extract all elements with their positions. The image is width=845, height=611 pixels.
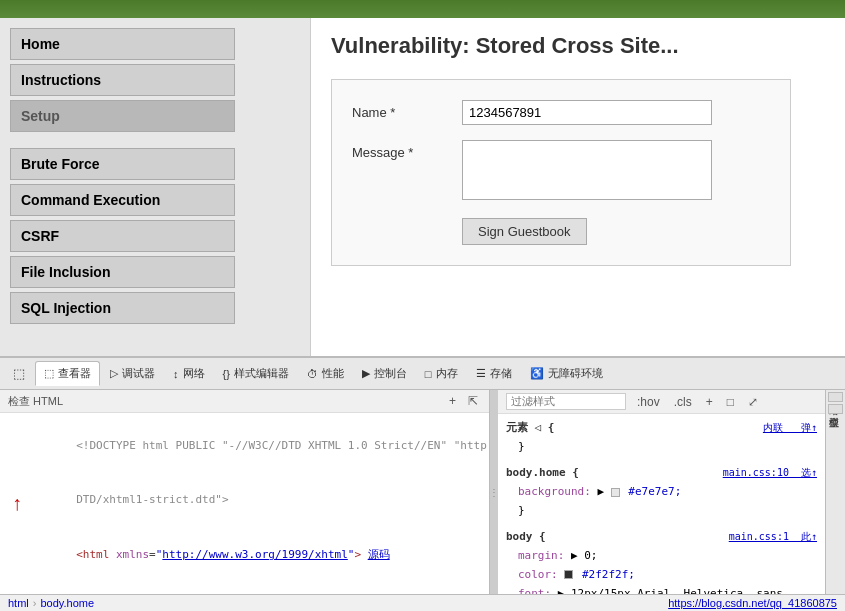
- content-area: Vulnerability: Stored Cross Site... Name…: [310, 18, 845, 356]
- page-title: Vulnerability: Stored Cross Site...: [331, 28, 825, 59]
- styles-cls-btn[interactable]: .cls: [671, 394, 695, 410]
- styles-snapshot-btn[interactable]: □: [724, 394, 737, 410]
- styles-content: 元素 ◁ { 内联 弹↑ } body.home { main.css:10 选…: [498, 414, 825, 594]
- form-container: Name * Message * Sign Guestbook: [331, 79, 791, 266]
- search-html-icon[interactable]: ⇱: [465, 393, 481, 409]
- html-line-head: ▶ <head>…</head>: [8, 582, 481, 594]
- name-label: Name *: [352, 100, 462, 120]
- sign-guestbook-button[interactable]: Sign Guestbook: [462, 218, 587, 245]
- message-label: Message *: [352, 140, 462, 160]
- csdn-link[interactable]: https://blog.csdn.net/qq_41860875: [668, 597, 837, 609]
- sidebar-item-csrf[interactable]: CSRF: [10, 220, 235, 252]
- devtools-tab-console[interactable]: ▶ 控制台: [354, 362, 415, 385]
- name-row: Name *: [352, 100, 770, 125]
- add-node-icon[interactable]: +: [446, 393, 459, 409]
- devtools-tab-performance[interactable]: ⏱ 性能: [299, 362, 352, 385]
- main-area: Home Instructions Setup Brute Force Comm…: [0, 18, 845, 356]
- color-swatch-background[interactable]: [611, 488, 620, 497]
- devtools-tab-accessibility[interactable]: ♿ 无障碍环境: [522, 362, 611, 385]
- name-input[interactable]: [462, 100, 712, 125]
- sidebar: Home Instructions Setup Brute Force Comm…: [0, 18, 310, 356]
- styles-filter-input[interactable]: [506, 393, 626, 410]
- devtools-inspect-toggle[interactable]: ⬚: [5, 362, 33, 385]
- styles-hov-btn[interactable]: :hov: [634, 394, 663, 410]
- devtools-status-bar: html › body.home https://blog.csdn.net/q…: [0, 594, 845, 611]
- styles-expand-btn[interactable]: ⤢: [745, 394, 761, 410]
- sidebar-item-setup[interactable]: Setup: [10, 100, 235, 132]
- html-line-html: <html xmlns="http://www.w3.org/1999/xhtm…: [8, 528, 481, 583]
- html-line-doctype: <!DOCTYPE html PUBLIC "-//W3C//DTD XHTML…: [8, 418, 481, 473]
- right-panel-tab-box[interactable]: 盒模型: [828, 404, 843, 414]
- message-input-wrapper: [462, 140, 770, 203]
- color-swatch-color[interactable]: [564, 570, 573, 579]
- devtools-tab-inspector[interactable]: ⬚ 查看器: [35, 361, 100, 386]
- right-panel-tabs: 网络 盒模型: [825, 390, 845, 594]
- style-rule-body-home: body.home { main.css:10 选↑ background: ▶…: [506, 464, 817, 520]
- styles-panel-header: :hov .cls + □ ⤢: [498, 390, 825, 414]
- sidebar-item-file-inclusion[interactable]: File Inclusion: [10, 256, 235, 288]
- sidebar-item-home[interactable]: Home: [10, 28, 235, 60]
- html-content: <!DOCTYPE html PUBLIC "-//W3C//DTD XHTML…: [0, 413, 489, 594]
- memory-icon: □: [425, 368, 432, 380]
- devtools-tab-memory[interactable]: □ 内存: [417, 362, 466, 385]
- breadcrumb-body[interactable]: body.home: [40, 597, 94, 609]
- html-panel: 检查 HTML + ⇱ <!DOCTYPE html PUBLIC "-//W3…: [0, 390, 490, 594]
- performance-icon: ⏱: [307, 368, 318, 380]
- accessibility-icon: ♿: [530, 367, 544, 380]
- html-line-doctype2: DTD/xhtml1-strict.dtd">: [8, 473, 481, 528]
- breadcrumb-html[interactable]: html: [8, 597, 29, 609]
- devtools-tab-storage[interactable]: ☰ 存储: [468, 362, 520, 385]
- devtools-panel: ⬚ ⬚ 查看器 ▷ 调试器 ↕ 网络 {} 样式编辑器 ⏱ 性能 ▶ 控制台 □…: [0, 356, 845, 611]
- devtools-body: 检查 HTML + ⇱ <!DOCTYPE html PUBLIC "-//W3…: [0, 390, 845, 594]
- message-input[interactable]: [462, 140, 712, 200]
- sidebar-item-instructions[interactable]: Instructions: [10, 64, 235, 96]
- storage-icon: ☰: [476, 367, 486, 380]
- styles-panel: :hov .cls + □ ⤢ 元素 ◁ { 内联 弹↑ }: [498, 390, 825, 594]
- right-panel-tab-network[interactable]: 网络: [828, 392, 843, 402]
- styles-add-btn[interactable]: +: [703, 394, 716, 410]
- console-icon: ▶: [362, 367, 370, 380]
- debugger-icon: ▷: [110, 367, 118, 380]
- devtools-tab-debugger[interactable]: ▷ 调试器: [102, 362, 163, 385]
- network-icon: ↕: [173, 368, 179, 380]
- top-bar: [0, 0, 845, 18]
- message-row: Message *: [352, 140, 770, 203]
- inspector-icon: ⬚: [44, 367, 54, 380]
- html-panel-header: 检查 HTML + ⇱: [0, 390, 489, 413]
- devtools-tab-style-editor[interactable]: {} 样式编辑器: [215, 362, 297, 385]
- style-rule-body: body { main.css:1 此↑ margin: ▶ 0; color:…: [506, 528, 817, 594]
- devtools-tab-network[interactable]: ↕ 网络: [165, 362, 213, 385]
- style-editor-icon: {}: [223, 368, 230, 380]
- devtools-tabs: ⬚ ⬚ 查看器 ▷ 调试器 ↕ 网络 {} 样式编辑器 ⏱ 性能 ▶ 控制台 □…: [0, 358, 845, 390]
- name-input-wrapper: [462, 100, 770, 125]
- sidebar-item-command-execution[interactable]: Command Execution: [10, 184, 235, 216]
- html-panel-title: 检查 HTML: [8, 394, 63, 409]
- sidebar-item-brute-force[interactable]: Brute Force: [10, 148, 235, 180]
- panel-splitter[interactable]: ⋮: [490, 390, 498, 594]
- style-rule-element: 元素 ◁ { 内联 弹↑ }: [506, 419, 817, 456]
- sidebar-item-sql-injection[interactable]: SQL Injection: [10, 292, 235, 324]
